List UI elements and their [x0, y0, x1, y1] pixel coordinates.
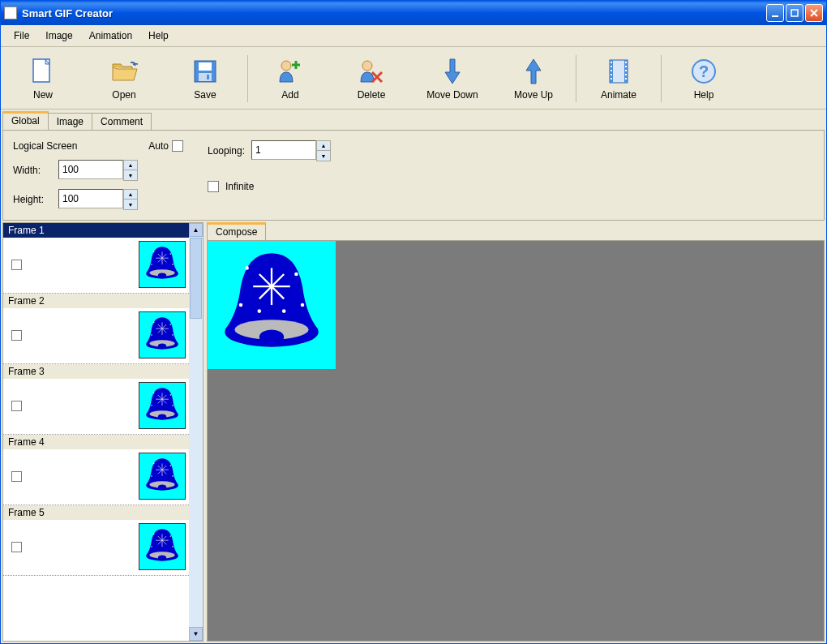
- svg-point-77: [151, 546, 152, 547]
- svg-point-42: [153, 322, 155, 324]
- frame-item[interactable]: Frame 5: [3, 505, 189, 576]
- svg-rect-16: [611, 78, 612, 79]
- open-icon: [109, 57, 139, 86]
- svg-point-65: [170, 465, 172, 466]
- svg-point-70: [158, 555, 166, 560]
- svg-point-48: [158, 414, 166, 419]
- looping-up[interactable]: ▲: [317, 141, 330, 151]
- move-up-button[interactable]: Move Up: [493, 52, 574, 105]
- svg-point-53: [153, 393, 155, 394]
- bell-icon: [210, 243, 333, 367]
- delete-button[interactable]: Delete: [331, 52, 412, 105]
- app-icon: [4, 6, 17, 19]
- scroll-thumb[interactable]: [190, 238, 202, 319]
- maximize-button[interactable]: [786, 4, 803, 22]
- svg-point-45: [172, 334, 174, 336]
- frame-thumbnail: [139, 311, 186, 358]
- tab-global[interactable]: Global: [2, 111, 49, 130]
- frame-checkbox[interactable]: [11, 330, 22, 341]
- svg-rect-12: [611, 62, 612, 63]
- new-icon: [28, 57, 58, 86]
- toolbar-separator-3: [661, 55, 662, 102]
- move-down-icon: [438, 57, 467, 86]
- animate-icon: [604, 57, 633, 86]
- svg-point-59: [158, 484, 166, 489]
- svg-point-64: [153, 463, 155, 465]
- frame-label: Frame 1: [3, 223, 189, 238]
- height-label: Height:: [13, 194, 52, 205]
- move-down-button[interactable]: Move Down: [412, 52, 493, 105]
- frame-checkbox[interactable]: [11, 471, 22, 482]
- save-button[interactable]: Save: [165, 52, 246, 105]
- add-button[interactable]: Add: [250, 52, 331, 105]
- svg-rect-15: [611, 74, 612, 75]
- menu-image[interactable]: Image: [37, 28, 80, 44]
- add-icon: [276, 57, 305, 86]
- help-icon: ?: [689, 57, 718, 86]
- svg-rect-13: [611, 66, 612, 67]
- svg-point-34: [172, 264, 174, 265]
- height-input[interactable]: [58, 189, 123, 208]
- infinite-checkbox[interactable]: [208, 181, 219, 192]
- frame-item[interactable]: Frame 3: [3, 364, 189, 435]
- width-input[interactable]: [58, 160, 123, 179]
- svg-text:?: ?: [699, 62, 709, 80]
- height-down[interactable]: ▼: [124, 200, 137, 209]
- menu-file[interactable]: File: [6, 28, 37, 44]
- delete-icon: [357, 57, 386, 86]
- titlebar: Smart GIF Creator: [1, 1, 826, 25]
- svg-point-33: [151, 264, 152, 265]
- compose-panel: [207, 240, 825, 642]
- menu-animation[interactable]: Animation: [81, 28, 140, 44]
- svg-point-44: [151, 334, 152, 336]
- animate-button[interactable]: Animate: [578, 52, 659, 105]
- looping-label: Looping:: [208, 145, 245, 157]
- close-button[interactable]: [805, 4, 823, 22]
- frame-thumbnail: [139, 523, 186, 570]
- svg-rect-17: [625, 62, 627, 63]
- svg-point-37: [158, 343, 166, 348]
- svg-point-87: [294, 273, 298, 277]
- tab-comment[interactable]: Comment: [92, 113, 152, 130]
- app-window: Smart GIF Creator File Image Animation H…: [0, 0, 827, 644]
- looping-input[interactable]: [251, 140, 316, 160]
- open-button[interactable]: Open: [84, 52, 165, 105]
- move-up-icon: [519, 57, 548, 86]
- svg-point-88: [239, 303, 243, 307]
- svg-point-75: [153, 534, 155, 535]
- frame-checkbox[interactable]: [11, 401, 22, 411]
- menubar: File Image Animation Help: [1, 25, 826, 47]
- height-up[interactable]: ▲: [124, 190, 137, 200]
- new-button[interactable]: New: [2, 52, 84, 105]
- window-title: Smart GIF Creator: [22, 7, 766, 19]
- width-down[interactable]: ▼: [124, 170, 137, 180]
- frame-label: Frame 3: [3, 364, 189, 379]
- svg-point-56: [172, 405, 174, 406]
- svg-rect-19: [625, 70, 627, 71]
- help-button[interactable]: ? Help: [663, 52, 744, 105]
- svg-rect-6: [207, 75, 209, 79]
- tab-compose[interactable]: Compose: [207, 222, 266, 240]
- auto-checkbox[interactable]: [172, 140, 183, 152]
- minimize-button[interactable]: [766, 4, 784, 22]
- svg-rect-18: [625, 66, 627, 67]
- svg-point-89: [301, 303, 305, 307]
- svg-point-67: [172, 475, 174, 477]
- svg-rect-0: [772, 15, 778, 17]
- window-controls: [766, 4, 823, 22]
- scroll-down-icon[interactable]: ▼: [189, 627, 203, 641]
- frame-item[interactable]: Frame 4: [3, 435, 189, 505]
- scroll-up-icon[interactable]: ▲: [189, 223, 203, 237]
- frame-checkbox[interactable]: [11, 542, 22, 552]
- frame-item[interactable]: Frame 2: [3, 294, 189, 364]
- frame-scrollbar[interactable]: ▲ ▼: [189, 223, 203, 641]
- looping-down[interactable]: ▼: [317, 151, 330, 161]
- frame-checkbox[interactable]: [11, 260, 22, 270]
- tab-image[interactable]: Image: [48, 113, 92, 130]
- svg-point-8: [362, 61, 372, 71]
- logical-screen-label: Logical Screen: [13, 140, 77, 152]
- width-up[interactable]: ▲: [124, 161, 137, 170]
- svg-point-86: [245, 266, 249, 270]
- frame-item[interactable]: Frame 1: [3, 223, 189, 294]
- menu-help[interactable]: Help: [140, 28, 177, 44]
